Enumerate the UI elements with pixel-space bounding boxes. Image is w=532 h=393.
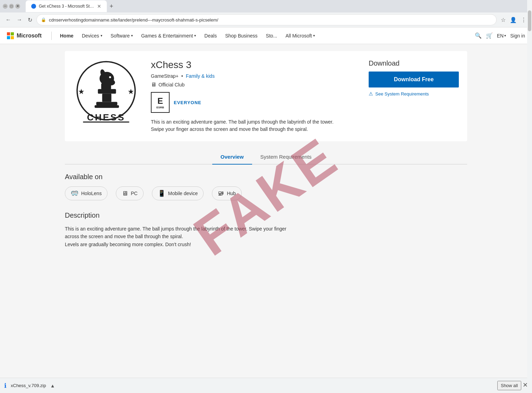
microsoft-logo[interactable]: Microsoft [7,32,42,39]
nav-software-label: Software [111,33,130,39]
search-icon[interactable]: 🔍 [475,32,482,39]
available-on-section: Available on 🥽 HoloLens 🖥 PC 📱 Mobile de… [65,173,467,200]
chess-logo-svg: ★ ★ [73,59,139,125]
mobile-icon: 📱 [158,190,165,197]
language-selector[interactable]: EN ▾ [497,33,506,39]
device-hololens[interactable]: 🥽 HoloLens [65,186,108,200]
cart-icon[interactable]: 🛒 [486,32,493,39]
tab-close-button[interactable]: ✕ [97,3,101,9]
reload-button[interactable]: ↻ [26,15,34,25]
esrb-section: E ESRB EVERYONE [151,92,360,113]
esrb-rating-text: EVERYONE [174,100,201,105]
nav-all-microsoft-label: All Microsoft [285,33,312,39]
warning-icon: ⚠ [369,91,373,97]
lock-icon: 🔒 [41,17,46,22]
svg-rect-9 [102,94,112,102]
device-mobile[interactable]: 📱 Mobile device [152,186,204,200]
nav-software[interactable]: Software ▾ [106,27,137,44]
close-window-button[interactable]: ✕ [15,4,20,9]
profile-icon[interactable]: 👤 [508,15,518,25]
microsoft-nav: Microsoft Home Devices ▾ Software ▾ Game… [0,27,532,44]
nav-deals-label: Deals [204,33,217,39]
chess-text: CHESS [87,112,126,123]
tab-title: Get xChess 3 - Microsoft Store [39,4,94,9]
nav-divider [51,32,52,40]
tabs-section: Overview System Requirements [65,150,467,165]
mobile-label: Mobile device [168,191,198,196]
ms-sq-yellow [11,36,14,39]
browser-window-controls: ─ □ ✕ [3,4,20,9]
app-card: ★ ★ [65,51,467,141]
svg-point-6 [109,76,111,78]
esrb-label-text: ESRB [156,106,164,109]
nav-shop-business[interactable]: Shop Business [221,27,261,44]
tab-system-requirements[interactable]: System Requirements [252,150,320,164]
nav-shop-business-label: Shop Business [225,33,257,39]
app-category-link[interactable]: Family & kids [186,73,215,79]
nav-store-label: Sto... [266,33,277,39]
tab-overview-label: Overview [221,154,244,160]
svg-rect-10 [96,102,118,106]
official-club: 🖥 Official Club [151,82,360,88]
language-label: EN [497,33,504,39]
sign-in-button[interactable]: Sign in [510,33,525,39]
nav-right: 🔍 🛒 EN ▾ Sign in [475,32,525,39]
device-pc[interactable]: 🖥 PC [116,186,143,200]
app-description-short: This is an exciting adventure game. The … [151,118,342,133]
download-section: Download Download Free ⚠ See System Requ… [369,59,459,133]
back-button[interactable]: ← [4,15,12,24]
all-microsoft-chevron-icon: ▾ [313,34,315,37]
nav-all-microsoft[interactable]: All Microsoft ▾ [281,27,319,44]
browser-toolbar: ← → ↻ 🔒 cdnserverhostingdomainname.site/… [0,12,532,27]
ms-logo-text: Microsoft [17,33,42,39]
menu-icon[interactable]: ⋮ [520,15,528,25]
scrollbar-track [527,0,532,264]
app-title: xChess 3 [151,59,360,70]
official-club-text: Official Club [158,82,185,87]
address-bar[interactable]: 🔒 cdnserverhostingdomainname.site/lander… [36,14,497,25]
download-label: Download [369,59,459,67]
nav-store[interactable]: Sto... [262,27,282,44]
description-title: Description [65,211,467,219]
description-line3: Levels are gradually becoming more compl… [65,242,191,247]
language-chevron-icon: ▾ [504,34,506,37]
devices-row: 🥽 HoloLens 🖥 PC 📱 Mobile device 🖳 Hub [65,186,467,200]
main-content: ★ ★ [58,44,474,264]
nav-games[interactable]: Games & Entertainment ▾ [137,27,200,44]
ms-sq-blue [7,36,10,39]
club-icon: 🖥 [151,82,156,88]
hub-icon: 🖳 [218,190,224,197]
tab-overview[interactable]: Overview [212,150,252,164]
system-requirements-link[interactable]: ⚠ See System Requirements [369,91,459,97]
app-developer: GameStrap+ [151,73,179,79]
ms-sq-red [7,32,10,35]
app-details: xChess 3 GameStrap+ • Family & kids 🖥 Of… [151,59,360,133]
scrollbar-thumb[interactable] [528,10,531,31]
minimize-button[interactable]: ─ [3,4,8,9]
nav-home-label: Home [60,33,74,39]
ms-sq-green [11,32,14,35]
pc-icon: 🖥 [122,190,128,197]
esrb-e-text: E [157,96,163,106]
tab-favicon [31,4,36,9]
browser-titlebar: ─ □ ✕ Get xChess 3 - Microsoft Store ✕ + [0,0,532,12]
description-text: This is an exciting adventure game. The … [65,225,467,248]
description-line2: across the screen and move the ball thro… [65,234,183,239]
nav-devices[interactable]: Devices ▾ [78,27,106,44]
nav-deals[interactable]: Deals [200,27,221,44]
nav-home[interactable]: Home [56,27,78,44]
maximize-button[interactable]: □ [9,4,14,9]
active-tab[interactable]: Get xChess 3 - Microsoft Store ✕ [26,0,107,12]
svg-rect-11 [95,105,119,108]
forward-button[interactable]: → [15,15,24,24]
hub-label: Hub [227,191,236,196]
bookmark-icon[interactable]: ☆ [499,15,507,25]
device-hub[interactable]: 🖳 Hub [212,186,242,200]
new-tab-button[interactable]: + [107,1,116,11]
app-icon-section: ★ ★ [73,59,143,133]
toolbar-actions: ☆ 👤 ⋮ [499,15,528,25]
tab-system-req-label: System Requirements [260,154,312,160]
devices-chevron-icon: ▾ [101,34,102,37]
hololens-label: HoloLens [81,191,102,196]
download-free-button[interactable]: Download Free [369,72,459,87]
